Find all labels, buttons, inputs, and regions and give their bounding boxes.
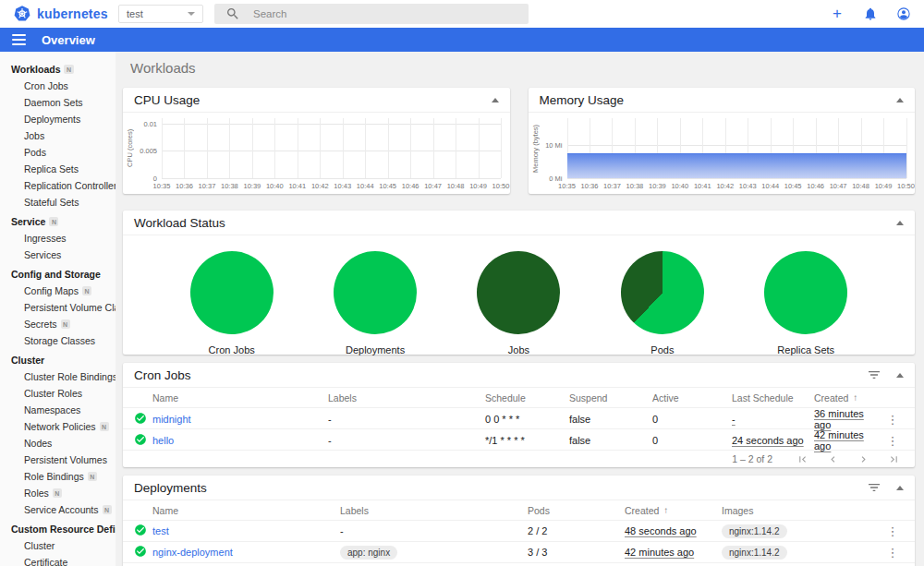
pie-chart[interactable] (764, 251, 847, 334)
search-input[interactable] (253, 8, 517, 19)
sidebar-item-certificate[interactable]: Certificate (0, 554, 116, 566)
sidebar-item-network-policies[interactable]: Network PoliciesN (0, 418, 116, 435)
page-title: Workloads (130, 61, 915, 75)
sidebar-item-daemon-sets[interactable]: Daemon Sets (0, 94, 116, 111)
pie-chart[interactable] (334, 251, 417, 334)
chart-y-tick: 0.005 (133, 147, 157, 155)
sidebar-item-service-accounts[interactable]: Service AccountsN (0, 501, 116, 518)
sidebar-item-roles[interactable]: RolesN (0, 485, 116, 501)
menu-hamburger-icon[interactable] (12, 34, 26, 45)
sidebar-item-persistent-volumes[interactable]: Persistent Volumes (0, 452, 116, 468)
resource-link-test[interactable]: test (152, 525, 169, 536)
sidebar-item-replication-controllers[interactable]: Replication Controllers (0, 177, 116, 194)
sidebar-item-persistent-volume-claims[interactable]: Persistent Volume ClaimsN (0, 299, 116, 316)
table-row[interactable]: nginx-deploymentapp: nginx3 / 342 minute… (123, 542, 915, 563)
new-badge: N (53, 488, 62, 498)
chart-x-tick: 10:46 (807, 182, 824, 190)
user-profile-icon[interactable] (896, 6, 911, 21)
sidebar-item-config-maps[interactable]: Config MapsN (0, 283, 116, 299)
previous-page-button[interactable] (827, 453, 839, 465)
collapse-card-button[interactable] (492, 98, 499, 102)
sidebar-item-cluster-role-bindings[interactable]: Cluster Role Bindings (0, 368, 116, 385)
notifications-bell-icon[interactable] (863, 6, 878, 21)
column-header-labels[interactable]: Labels (340, 505, 528, 516)
filter-icon[interactable] (867, 480, 881, 495)
memory-usage-title: Memory Usage (540, 93, 625, 107)
sidebar-item-cron-jobs[interactable]: Cron Jobs (0, 78, 116, 94)
chart-x-tick: 10:44 (761, 182, 779, 190)
sidebar-item-namespaces[interactable]: Namespaces (0, 402, 116, 418)
kubernetes-logo[interactable]: kubernetes (13, 5, 109, 23)
table-row[interactable]: hello-*/1 * * * *false024 seconds ago42 … (123, 429, 915, 451)
sidebar-item-cluster[interactable]: Cluster (0, 537, 116, 554)
sidebar-item-service[interactable]: ServiceN (0, 213, 116, 230)
column-header-suspend[interactable]: Suspend (569, 392, 652, 403)
column-header-active[interactable]: Active (652, 392, 732, 403)
collapse-card-button[interactable] (896, 98, 904, 102)
logo-text: kubernetes (37, 6, 108, 21)
sidebar-item-label: Deployments (24, 114, 80, 125)
first-page-button[interactable] (796, 453, 808, 465)
sidebar-item-label: Cluster (24, 540, 55, 551)
row-actions-button[interactable]: ⋮ (881, 547, 904, 559)
table-row[interactable]: test-2 / 248 seconds agonginx:1.14.2⋮ (123, 521, 915, 542)
row-actions-button[interactable]: ⋮ (881, 525, 904, 537)
collapse-card-button[interactable] (896, 486, 904, 490)
column-header-schedule[interactable]: Schedule (485, 392, 569, 403)
sidebar-item-stateful-sets[interactable]: Stateful Sets (0, 194, 116, 211)
cell-value: 0 (652, 414, 732, 425)
sidebar-item-storage-classes[interactable]: Storage Classes (0, 332, 116, 349)
sidebar-item-cluster[interactable]: Cluster (0, 352, 116, 368)
sidebar-item-secrets[interactable]: SecretsN (0, 316, 116, 332)
column-header-last-schedule[interactable]: Last Schedule (732, 392, 814, 403)
cell-value: 0 (652, 435, 732, 446)
sidebar-item-pods[interactable]: Pods (0, 144, 116, 161)
chart-x-tick: 10:35 (558, 182, 576, 190)
row-actions-button[interactable]: ⋮ (881, 435, 904, 447)
column-header-name[interactable]: Name (152, 505, 340, 516)
sidebar-item-deployments[interactable]: Deployments (0, 111, 116, 127)
cron-jobs-table: NameLabelsScheduleSuspendActiveLast Sche… (123, 388, 915, 451)
column-header-created[interactable]: Created↑ (814, 392, 881, 403)
collapse-card-button[interactable] (896, 373, 904, 378)
sidebar-item-label: Services (24, 249, 61, 260)
resource-link-midnight[interactable]: midnight (152, 414, 191, 425)
column-header-created[interactable]: Created↑ (625, 505, 722, 516)
last-page-button[interactable] (888, 453, 900, 465)
column-header-name[interactable]: Name (152, 392, 328, 403)
column-header-pods[interactable]: Pods (528, 505, 625, 516)
sidebar-item-config-and-storage[interactable]: Config and Storage (0, 266, 116, 283)
sidebar-item-label: Replication Controllers (24, 180, 116, 191)
column-header-labels[interactable]: Labels (328, 392, 485, 403)
sidebar-item-ingresses[interactable]: Ingresses (0, 230, 116, 247)
sidebar-item-label: Pods (24, 147, 46, 158)
sidebar-item-role-bindings[interactable]: Role BindingsN (0, 468, 116, 485)
next-page-button[interactable] (857, 453, 869, 465)
pie-chart[interactable] (477, 251, 560, 334)
filter-icon[interactable] (867, 367, 881, 382)
resource-link-hello[interactable]: hello (152, 435, 174, 446)
sidebar-item-cluster-roles[interactable]: Cluster Roles (0, 385, 116, 402)
sidebar-item-custom-resource-definitions[interactable]: Custom Resource Definitions (0, 521, 116, 537)
sidebar-item-replica-sets[interactable]: Replica Sets (0, 161, 116, 177)
sidebar-item-jobs[interactable]: Jobs (0, 127, 116, 144)
sidebar-item-services[interactable]: Services (0, 247, 116, 263)
chart-x-tick: 10:40 (671, 182, 688, 190)
pie-chart[interactable] (621, 251, 704, 334)
namespace-selector[interactable]: test (118, 5, 203, 23)
sidebar-item-workloads[interactable]: WorkloadsN (0, 61, 116, 78)
collapse-card-button[interactable] (896, 221, 904, 225)
new-badge: N (82, 286, 91, 295)
pie-chart-label: Jobs (508, 344, 529, 355)
cell-value: 2 / 2 (528, 525, 625, 536)
create-resource-button[interactable]: + (830, 6, 845, 21)
resource-link-nginx-deployment[interactable]: nginx-deployment (152, 547, 233, 558)
sidebar-item-label: Cron Jobs (24, 80, 68, 91)
column-header-images[interactable]: Images (722, 505, 881, 516)
table-row[interactable]: midnight-0 0 * * *false0-36 minutes ago⋮ (123, 408, 915, 429)
sidebar-item-nodes[interactable]: Nodes (0, 435, 116, 452)
chart-gridline (162, 178, 501, 179)
chart-gridline (343, 118, 344, 178)
row-actions-button[interactable]: ⋮ (881, 414, 904, 426)
pie-chart[interactable] (190, 251, 274, 334)
